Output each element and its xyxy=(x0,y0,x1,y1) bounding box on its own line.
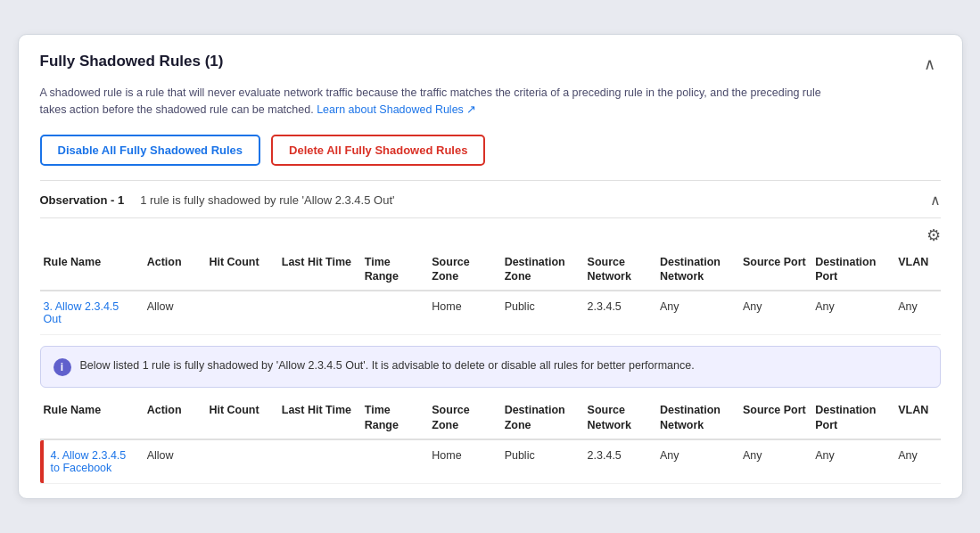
shadowed-col-hit-count: Hit Count xyxy=(205,397,277,439)
gear-area: ⚙ xyxy=(40,218,941,249)
col-action: Action xyxy=(144,249,206,291)
shadowed-rule-srczone: Home xyxy=(428,439,500,484)
primary-rule-dstzone: Public xyxy=(501,291,584,335)
panel-description: A shadowed rule is a rule that will neve… xyxy=(40,85,843,119)
fully-shadowed-rules-panel: Fully Shadowed Rules (1) ∧ A shadowed ru… xyxy=(18,34,963,499)
shadowed-col-dst-port: Destination Port xyxy=(811,397,894,439)
primary-rule-srczone: Home xyxy=(428,291,500,335)
shadowed-col-dst-zone: Destination Zone xyxy=(501,397,584,439)
shadowed-rule-link[interactable]: 4. Allow 2.3.4.5 to Facebook xyxy=(51,449,127,474)
primary-rule-vlan: Any xyxy=(894,291,940,335)
col-last-hit: Last Hit Time xyxy=(278,249,361,291)
primary-rule-row: 3. Allow 2.3.4.5 Out Allow Home Public 2… xyxy=(40,291,941,335)
shadowed-rule-lasthit xyxy=(278,439,361,484)
shadowed-col-time-range: Time Range xyxy=(361,397,429,439)
shadowed-rule-dstnet: Any xyxy=(656,439,739,484)
delete-all-button[interactable]: Delete All Fully Shadowed Rules xyxy=(271,135,485,166)
shadowed-rule-hit xyxy=(205,439,277,484)
observation-collapse-button[interactable]: ∧ xyxy=(930,192,941,209)
shadowed-col-src-zone: Source Zone xyxy=(428,397,500,439)
shadowed-col-action: Action xyxy=(144,397,206,439)
shadowed-rule-dstport: Any xyxy=(811,439,894,484)
shadowed-rule-action: Allow xyxy=(144,439,206,484)
panel-header: Fully Shadowed Rules (1) ∧ xyxy=(40,53,941,76)
table-header-row: Rule Name Action Hit Count Last Hit Time… xyxy=(40,249,941,291)
col-hit-count: Hit Count xyxy=(205,249,277,291)
col-dst-zone: Destination Zone xyxy=(501,249,584,291)
shadowed-col-last-hit: Last Hit Time xyxy=(278,397,361,439)
external-link-icon: ↗ xyxy=(466,103,476,116)
primary-rule-action: Allow xyxy=(144,291,206,335)
info-icon: i xyxy=(54,358,71,376)
settings-button[interactable]: ⚙ xyxy=(926,226,941,245)
col-src-port: Source Port xyxy=(739,249,811,291)
primary-rule-dstnet: Any xyxy=(656,291,739,335)
shadowed-rule-dstzone: Public xyxy=(501,439,584,484)
col-src-zone: Source Zone xyxy=(428,249,500,291)
observation-label: Observation - 1 xyxy=(40,193,125,207)
shadowed-rule-name-cell: 4. Allow 2.3.4.5 to Facebook xyxy=(40,439,144,484)
panel-collapse-button[interactable]: ∧ xyxy=(918,53,941,76)
shadowed-rule-timerange xyxy=(361,439,429,484)
primary-rule-srcnet: 2.3.4.5 xyxy=(584,291,656,335)
info-banner: i Below listed 1 rule is fully shadowed … xyxy=(40,346,941,388)
red-indicator-bar xyxy=(40,440,44,483)
learn-link[interactable]: Learn about Shadowed Rules ↗ xyxy=(317,103,476,116)
shadowed-rule-section: Rule Name Action Hit Count Last Hit Time… xyxy=(40,397,941,484)
gear-icon: ⚙ xyxy=(926,226,941,244)
shadowed-col-src-net: Source Network xyxy=(584,397,656,439)
primary-rule-dstport: Any xyxy=(811,291,894,335)
info-banner-text: Below listed 1 rule is fully shadowed by… xyxy=(80,357,695,374)
shadowed-col-dst-net: Destination Network xyxy=(656,397,739,439)
col-time-range: Time Range xyxy=(361,249,429,291)
shadowed-rule-srcport: Any xyxy=(739,439,811,484)
primary-rule-hit xyxy=(205,291,277,335)
primary-rule-link[interactable]: 3. Allow 2.3.4.5 Out xyxy=(44,300,119,325)
shadowed-rule-table: Rule Name Action Hit Count Last Hit Time… xyxy=(40,397,941,484)
col-rule-name: Rule Name xyxy=(40,249,144,291)
observation-row: Observation - 1 1 rule is fully shadowed… xyxy=(40,181,941,218)
action-buttons: Disable All Fully Shadowed Rules Delete … xyxy=(40,135,941,166)
shadowed-table-header-row: Rule Name Action Hit Count Last Hit Time… xyxy=(40,397,941,439)
col-dst-net: Destination Network xyxy=(656,249,739,291)
primary-rule-lasthit xyxy=(278,291,361,335)
observation-info: Observation - 1 1 rule is fully shadowed… xyxy=(40,193,395,207)
panel-title: Fully Shadowed Rules (1) xyxy=(40,53,224,70)
shadowed-col-rule-name: Rule Name xyxy=(40,397,144,439)
primary-rule-srcport: Any xyxy=(739,291,811,335)
col-dst-port: Destination Port xyxy=(811,249,894,291)
primary-rule-name: 3. Allow 2.3.4.5 Out xyxy=(40,291,144,335)
shadowed-rule-vlan: Any xyxy=(894,439,940,484)
shadowed-rule-row: 4. Allow 2.3.4.5 to Facebook Allow Home … xyxy=(40,439,941,484)
primary-rule-timerange xyxy=(361,291,429,335)
shadowed-col-vlan: VLAN xyxy=(894,397,940,439)
disable-all-button[interactable]: Disable All Fully Shadowed Rules xyxy=(40,135,261,166)
shadowed-rule-srcnet: 2.3.4.5 xyxy=(584,439,656,484)
primary-rule-table: Rule Name Action Hit Count Last Hit Time… xyxy=(40,249,941,336)
shadowed-col-src-port: Source Port xyxy=(739,397,811,439)
col-src-net: Source Network xyxy=(584,249,656,291)
col-vlan: VLAN xyxy=(894,249,940,291)
observation-description: 1 rule is fully shadowed by rule 'Allow … xyxy=(140,193,394,207)
